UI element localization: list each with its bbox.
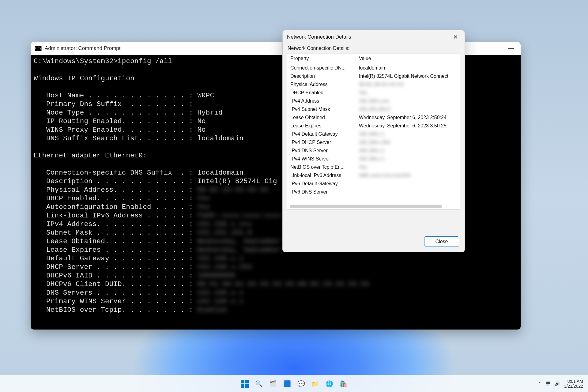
value-cell: Intel(R) 82574L Gigabit Network Connect (356, 74, 460, 79)
value-cell: localdomain (356, 65, 460, 71)
table-row[interactable]: IPv4 WINS Server192.168.x.1 (287, 155, 460, 163)
table-row[interactable]: IPv4 Default Gateway192.168.x.1 (287, 130, 460, 138)
table-row[interactable]: DescriptionIntel(R) 82574L Gigabit Netwo… (287, 72, 460, 80)
property-cell: IPv6 DNS Server (287, 189, 356, 195)
value-cell: Wednesday, September 6, 2023 2:50:24 (356, 115, 460, 120)
value-cell: 192.168.x.254 (356, 140, 460, 145)
property-cell: Lease Obtained (287, 115, 356, 120)
start-button[interactable] (240, 379, 250, 389)
file-explorer-icon[interactable]: 📁 (310, 379, 320, 389)
horizontal-scrollbar[interactable] (290, 205, 442, 208)
property-cell: IPv4 Address (287, 98, 356, 104)
taskbar[interactable]: 🔍 🗂️ 🟦 💬 📁 🌐 🛍️ ˄ 🖥️ 🔊 8:01 AM 3/21/2022 (0, 375, 588, 392)
network-details-titlebar[interactable]: Network Connection Details ✕ (283, 30, 465, 44)
table-row[interactable]: IPv6 DNS Server (287, 188, 460, 196)
network-details-dialog: Network Connection Details ✕ Network Con… (282, 30, 465, 252)
property-cell: Link-local IPv6 Address (287, 173, 356, 178)
table-row[interactable]: Lease ObtainedWednesday, September 6, 20… (287, 113, 460, 122)
property-cell: Physical Address (287, 82, 356, 87)
property-cell: DHCP Enabled (287, 90, 356, 96)
value-cell: fe80::xxxx:xxxx:xxxx%4 (356, 173, 460, 178)
clock-date: 3/21/2022 (564, 384, 583, 389)
property-cell: IPv4 DHCP Server (287, 140, 356, 145)
property-cell: Description (287, 74, 356, 79)
table-row[interactable]: IPv4 DNS Server192.168.x.1 (287, 146, 460, 155)
value-cell: Yes (356, 164, 460, 170)
value-cell: 192.168.x.1 (356, 156, 460, 162)
property-cell: Connection-specific DN... (287, 65, 356, 71)
widgets-icon[interactable]: 🟦 (282, 379, 292, 389)
network-tray-icon[interactable]: 🖥️ (545, 381, 550, 386)
close-icon[interactable]: ✕ (450, 33, 460, 41)
table-header[interactable]: Property Value (287, 54, 460, 63)
network-details-title: Network Connection Details (287, 34, 351, 40)
value-cell: 192.168.x.1 (356, 131, 460, 137)
chat-icon[interactable]: 💬 (296, 379, 306, 389)
command-prompt-icon: C:\ (35, 46, 42, 51)
value-cell: 192.168.x.xxx (356, 98, 460, 104)
column-value[interactable]: Value (356, 56, 460, 61)
property-cell: NetBIOS over Tcpip En... (287, 164, 356, 170)
task-view-icon[interactable]: 🗂️ (268, 379, 278, 389)
property-cell: IPv6 Default Gateway (287, 181, 356, 187)
search-icon[interactable]: 🔍 (254, 379, 264, 389)
property-cell: IPv4 WINS Server (287, 156, 356, 162)
value-cell: Yes (356, 90, 460, 96)
property-cell: IPv4 Subnet Mask (287, 107, 356, 112)
table-row[interactable]: Physical Address00-0C-29-XX-XX-XX (287, 80, 460, 89)
taskbar-center: 🔍 🗂️ 🟦 💬 📁 🌐 🛍️ (240, 379, 348, 389)
taskbar-clock[interactable]: 8:01 AM 3/21/2022 (564, 379, 583, 389)
close-button[interactable]: Close (424, 236, 459, 247)
value-cell: Wednesday, September 6, 2023 3:50:25 (356, 123, 460, 129)
value-cell: 00-0C-29-XX-XX-XX (356, 82, 460, 87)
property-cell: IPv4 DNS Server (287, 148, 356, 153)
table-row[interactable]: Connection-specific DN...localdomain (287, 64, 460, 72)
command-prompt-title: Administrator: Command Prompt (45, 45, 121, 51)
store-icon[interactable]: 🛍️ (338, 379, 348, 389)
table-row[interactable]: DHCP EnabledYes (287, 89, 460, 97)
taskbar-right: ˄ 🖥️ 🔊 8:01 AM 3/21/2022 (539, 379, 588, 389)
edge-icon[interactable]: 🌐 (324, 379, 334, 389)
property-cell: Lease Expires (287, 123, 356, 129)
network-details-table: Property Value Connection-specific DN...… (287, 54, 460, 210)
clock-time: 8:01 AM (564, 379, 583, 384)
network-details-section-label: Network Connection Details: (283, 44, 465, 54)
value-cell: 255.255.255.0 (356, 107, 460, 112)
table-row[interactable]: Lease ExpiresWednesday, September 6, 202… (287, 122, 460, 130)
table-row[interactable]: IPv4 Address192.168.x.xxx (287, 97, 460, 105)
table-row[interactable]: NetBIOS over Tcpip En...Yes (287, 163, 460, 171)
volume-tray-icon[interactable]: 🔊 (555, 381, 560, 386)
table-row[interactable]: Link-local IPv6 Addressfe80::xxxx:xxxx:x… (287, 171, 460, 179)
minimize-button[interactable]: — (508, 46, 514, 51)
table-row[interactable]: IPv4 Subnet Mask255.255.255.0 (287, 105, 460, 113)
table-row[interactable]: IPv4 DHCP Server192.168.x.254 (287, 138, 460, 146)
property-cell: IPv4 Default Gateway (287, 131, 356, 137)
chevron-up-icon[interactable]: ˄ (539, 381, 541, 386)
table-row[interactable]: IPv6 Default Gateway (287, 179, 460, 188)
column-property[interactable]: Property (287, 56, 356, 61)
value-cell: 192.168.x.1 (356, 148, 460, 153)
